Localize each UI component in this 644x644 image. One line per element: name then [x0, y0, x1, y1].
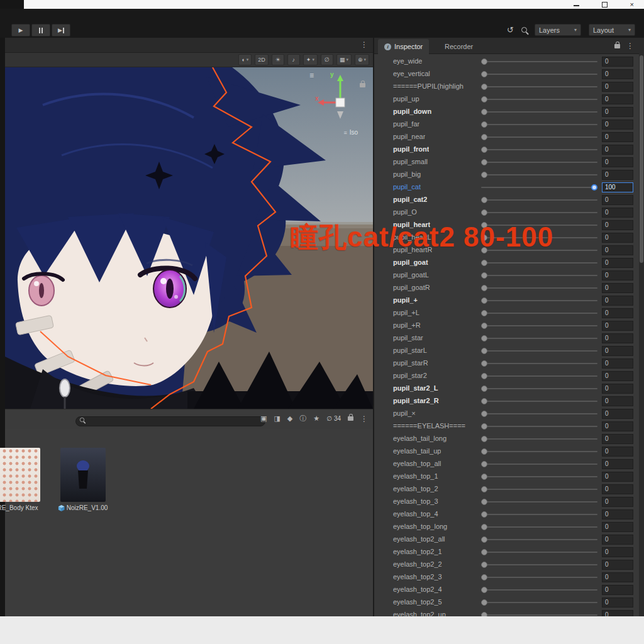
- tag-icon[interactable]: ◆: [287, 414, 292, 423]
- blendshape-slider[interactable]: [481, 131, 597, 143]
- blendshape-value-field[interactable]: 100: [602, 182, 633, 192]
- blendshape-slider[interactable]: [481, 370, 597, 382]
- blendshape-value-field[interactable]: 0: [602, 560, 633, 570]
- project-lock-icon[interactable]: [348, 416, 353, 421]
- slider-knob[interactable]: [481, 297, 487, 304]
- blendshape-slider[interactable]: [481, 181, 597, 194]
- blendshape-slider[interactable]: [481, 445, 597, 458]
- blendshape-value-field[interactable]: 0: [602, 157, 633, 167]
- blendshape-slider[interactable]: [481, 420, 597, 433]
- blendshape-value-field[interactable]: 0: [602, 283, 633, 293]
- slider-knob[interactable]: [481, 511, 487, 518]
- blendshape-slider[interactable]: [481, 55, 597, 68]
- search-icon[interactable]: [521, 27, 527, 33]
- slider-knob[interactable]: [481, 147, 487, 153]
- asset-item[interactable]: NoizRE_V1.00: [60, 448, 106, 502]
- slider-knob[interactable]: [481, 134, 487, 140]
- scene-visibility-toggle[interactable]: ∅: [321, 54, 333, 65]
- shading-mode-dropdown[interactable]: ◐▾: [238, 54, 252, 65]
- blendshape-value-field[interactable]: 0: [602, 195, 633, 205]
- slider-knob[interactable]: [481, 398, 487, 404]
- slider-knob[interactable]: [481, 348, 487, 354]
- slider-knob[interactable]: [481, 272, 487, 279]
- blendshape-slider[interactable]: [481, 558, 597, 571]
- slider-knob[interactable]: [481, 499, 487, 505]
- asset-grid[interactable]: RE_Body KtexNoizRE_V1.00: [5, 429, 373, 616]
- slider-knob[interactable]: [481, 159, 487, 165]
- view-2d-toggle[interactable]: 2D: [255, 54, 269, 65]
- camera-dropdown[interactable]: ▦▾: [336, 54, 352, 65]
- play-button[interactable]: ▶: [11, 24, 30, 36]
- slider-knob[interactable]: [481, 562, 487, 568]
- projection-mode-label[interactable]: ≡ Iso: [343, 129, 358, 136]
- blendshape-slider[interactable]: [481, 156, 597, 169]
- blendshape-slider[interactable]: [481, 496, 597, 508]
- blendshape-value-field[interactable]: 0: [602, 208, 633, 218]
- blendshape-slider[interactable]: [481, 596, 597, 609]
- inspector-lock-icon[interactable]: [614, 44, 620, 48]
- blendshape-slider[interactable]: [481, 521, 597, 533]
- restore-icon[interactable]: [602, 2, 608, 8]
- slider-knob[interactable]: [481, 109, 487, 115]
- slider-knob[interactable]: [481, 524, 487, 530]
- blendshape-value-field[interactable]: 0: [602, 610, 633, 616]
- blendshape-value-field[interactable]: 0: [602, 396, 633, 406]
- inspector-scrollbar[interactable]: [639, 38, 644, 616]
- asset-thumbnail[interactable]: [60, 448, 106, 502]
- blendshape-slider[interactable]: [481, 357, 597, 370]
- effects-dropdown[interactable]: ✦▾: [303, 54, 318, 65]
- slider-knob[interactable]: [481, 96, 487, 103]
- close-icon[interactable]: ×: [630, 1, 634, 8]
- blendshape-slider[interactable]: [481, 106, 597, 118]
- visibility-count[interactable]: ∅34: [326, 415, 341, 422]
- blendshape-value-field[interactable]: 0: [602, 296, 633, 306]
- slider-knob[interactable]: [481, 323, 487, 329]
- search-by-type-icon[interactable]: ▣: [260, 414, 267, 423]
- slider-knob[interactable]: [481, 310, 487, 316]
- blendshape-value-field[interactable]: 0: [602, 346, 633, 356]
- blendshape-slider[interactable]: [481, 118, 597, 131]
- scene-lighting-toggle[interactable]: ☀: [272, 54, 284, 65]
- blendshape-value-field[interactable]: 0: [602, 333, 633, 343]
- blendshape-value-field[interactable]: 0: [602, 245, 633, 255]
- blendshape-slider[interactable]: [481, 257, 597, 269]
- slider-knob[interactable]: [481, 474, 487, 480]
- slider-knob[interactable]: [481, 260, 487, 266]
- blendshape-slider[interactable]: [481, 395, 597, 408]
- blendshape-slider[interactable]: [481, 533, 597, 546]
- blendshape-value-field[interactable]: 0: [602, 371, 633, 381]
- scene-drag-handle-icon[interactable]: ≡: [309, 71, 314, 80]
- blendshape-value-field[interactable]: 0: [602, 145, 633, 155]
- info-icon[interactable]: ⓘ: [299, 414, 306, 423]
- blendshape-value-field[interactable]: 0: [602, 94, 633, 104]
- tab-inspector[interactable]: i Inspector: [378, 39, 429, 54]
- blendshape-slider[interactable]: [481, 546, 597, 558]
- blendshape-value-field[interactable]: 0: [602, 119, 633, 130]
- slider-knob[interactable]: [481, 411, 487, 417]
- favorites-icon[interactable]: ★: [313, 414, 319, 423]
- blendshape-slider[interactable]: [481, 584, 597, 596]
- scrollbar-thumb[interactable]: [640, 55, 643, 263]
- blendshape-slider[interactable]: [481, 483, 597, 496]
- blendshape-value-field[interactable]: 0: [602, 434, 633, 444]
- blendshape-value-field[interactable]: 0: [602, 472, 633, 482]
- tab-recorder[interactable]: Recorder: [438, 39, 479, 54]
- blendshape-value-field[interactable]: 0: [602, 270, 633, 280]
- blendshape-slider[interactable]: [481, 80, 597, 93]
- blendshape-slider[interactable]: [481, 408, 597, 420]
- inspector-menu-kebab-icon[interactable]: ⋮: [626, 42, 634, 50]
- blendshape-slider[interactable]: [481, 345, 597, 357]
- blendshape-slider[interactable]: [481, 93, 597, 106]
- blendshape-slider[interactable]: [481, 282, 597, 294]
- blendshape-value-field[interactable]: 0: [602, 509, 633, 519]
- slider-knob[interactable]: [481, 285, 487, 291]
- undo-history-icon[interactable]: ↺: [507, 25, 514, 36]
- slider-knob[interactable]: [481, 612, 487, 616]
- slider-knob[interactable]: [481, 335, 487, 341]
- blendshape-slider[interactable]: [481, 269, 597, 282]
- project-menu-kebab-icon[interactable]: ⋮: [360, 415, 368, 423]
- step-button[interactable]: ▶: [52, 24, 70, 36]
- blendshape-value-field[interactable]: 0: [602, 57, 633, 67]
- blendshape-value-field[interactable]: 0: [602, 132, 633, 142]
- slider-knob[interactable]: [481, 486, 487, 492]
